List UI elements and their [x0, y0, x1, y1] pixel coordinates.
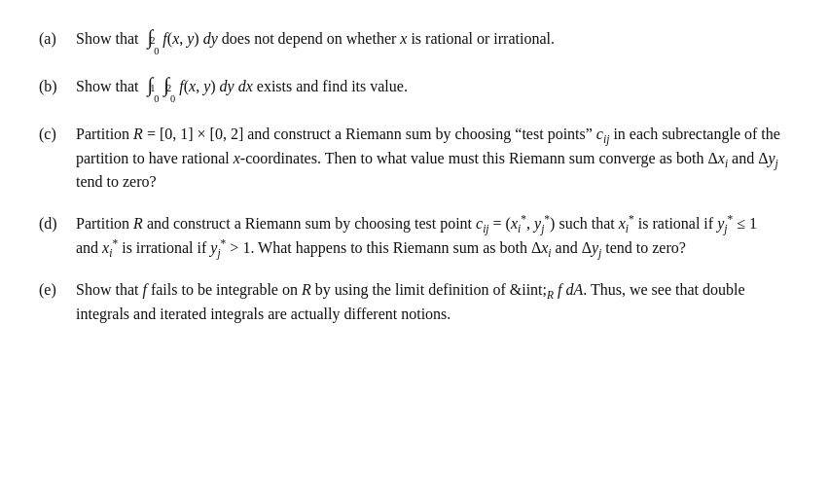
integral-b-outer: ∫10	[146, 75, 159, 105]
problem-content-e: Show that f fails to be integrable on R …	[76, 278, 782, 327]
problem-content-d: Partition R and construct a Riemann sum …	[76, 212, 782, 261]
problem-list: (a) Show that ∫20 f(x, y) dy does not de…	[39, 27, 782, 326]
problem-text-e: Show that f fails to be integrable on R …	[76, 278, 782, 327]
problem-text-d: Partition R and construct a Riemann sum …	[76, 212, 782, 261]
problem-content-a: Show that ∫20 f(x, y) dy does not depend…	[76, 27, 782, 57]
integral-a: ∫20	[146, 27, 159, 57]
problem-item-d: (d) Partition R and construct a Riemann …	[39, 212, 782, 261]
problem-text-a: Show that ∫20 f(x, y) dy does not depend…	[76, 27, 782, 57]
problem-label-d: (d)	[39, 212, 76, 236]
problem-item-a: (a) Show that ∫20 f(x, y) dy does not de…	[39, 27, 782, 57]
problem-text-c: Partition R = [0, 1] × [0, 2] and constr…	[76, 123, 782, 195]
problem-item-e: (e) Show that f fails to be integrable o…	[39, 278, 782, 327]
problem-item-c: (c) Partition R = [0, 1] × [0, 2] and co…	[39, 123, 782, 195]
problem-content-c: Partition R = [0, 1] × [0, 2] and constr…	[76, 123, 782, 195]
problem-label-b: (b)	[39, 75, 76, 99]
integral-b-inner: ∫20	[162, 75, 175, 105]
problem-label-c: (c)	[39, 123, 76, 147]
problem-label-e: (e)	[39, 278, 76, 303]
problem-text-b: Show that ∫10 ∫20 f(x, y) dy dx exists a…	[76, 75, 782, 105]
problem-content-b: Show that ∫10 ∫20 f(x, y) dy dx exists a…	[76, 75, 782, 105]
problem-label-a: (a)	[39, 27, 76, 52]
problem-item-b: (b) Show that ∫10 ∫20 f(x, y) dy dx exis…	[39, 75, 782, 105]
